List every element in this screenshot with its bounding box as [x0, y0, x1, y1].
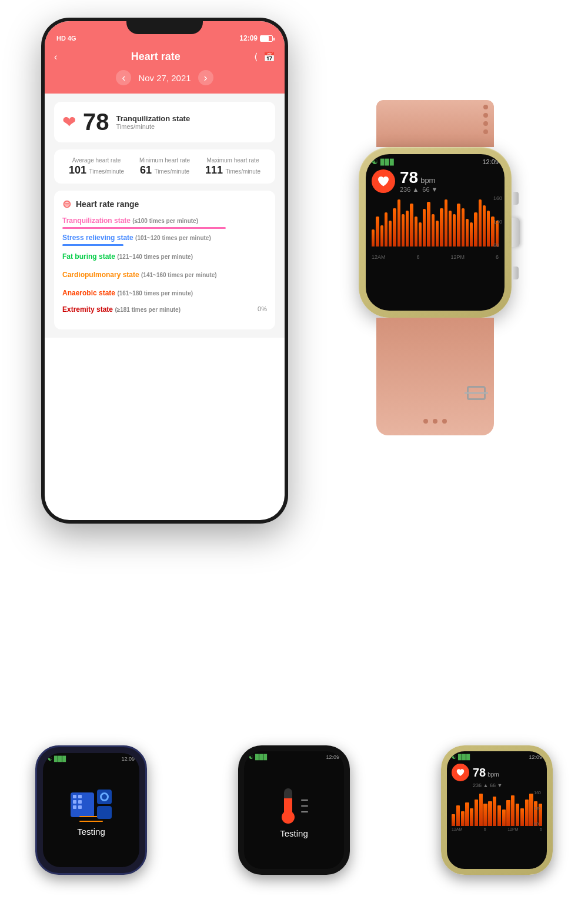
sw-case-2: ☯ ▉▉▉ 12:09: [238, 745, 350, 875]
sw-x-6: 6: [484, 827, 486, 831]
range-card: ⊜ Heart rate range Tranquilization state…: [54, 191, 275, 329]
chart-bar: [410, 204, 413, 247]
sw-screen-2: ☯ ▉▉▉ 12:09: [244, 751, 344, 869]
stress-bar: [62, 244, 123, 246]
sw-testing-label-1: Testing: [77, 827, 105, 837]
chart-bar: [385, 212, 387, 247]
stat-maximum: Maximum heart rate 111 Times/minute: [199, 156, 267, 176]
sw-chart-bar: [483, 804, 487, 826]
buckle-pin: [465, 392, 488, 394]
sw-chart-bar: [456, 805, 460, 826]
band-bottom: [376, 318, 494, 435]
range-tranq: Tranquilization state (≤100 times per mi…: [62, 216, 267, 229]
sw-testing-content-1: Testing: [43, 763, 139, 863]
sw-crown-1: [145, 800, 147, 821]
status-time: 12:09: [239, 34, 258, 42]
calendar-icon[interactable]: 📅: [263, 51, 275, 62]
sw-y-160: 160: [534, 791, 541, 795]
header-actions: ⟨ 📅: [254, 51, 275, 62]
band-holes-bottom: [423, 419, 447, 424]
x-label-6: 6: [416, 254, 419, 260]
stat-min-label: Minimum heart rate: [131, 156, 199, 164]
battery-icon: [260, 35, 273, 42]
sw-icon-1: ☯ ▉▉▉: [48, 756, 66, 762]
sw-hr-value: 78: [473, 766, 486, 780]
band-hole: [483, 113, 488, 118]
sw-chart-bar: [525, 800, 529, 826]
chart-bar: [457, 204, 460, 247]
range-anaerobic: Anaerobic state (161~180 times per minut…: [62, 287, 267, 301]
sw-chart-bar: [520, 808, 524, 826]
phone-outer: HD 4G 12:09 ‹ Heart rate ⟨ 📅: [41, 18, 288, 524]
range-icon: ⊜: [62, 198, 71, 211]
x-label-12pm: 12PM: [450, 254, 465, 260]
sw-chart-bar: [475, 800, 478, 826]
watch-heart-icon: [372, 169, 395, 193]
band-buckle: [467, 386, 486, 400]
sw-hr-main: 78 bpm: [473, 766, 499, 780]
sw-icon-3: ☯ ▉▉▉: [452, 754, 470, 760]
band-top: [376, 100, 494, 147]
watch-hr-small: ☯ ▉▉▉ 12:09: [435, 745, 559, 892]
sw-x-12pm: 12PM: [507, 827, 518, 831]
sw-heart-icon: [452, 764, 469, 781]
x-label-12am: 12AM: [372, 254, 386, 260]
thermometer-icon: [280, 788, 308, 824]
chart-bar: [380, 225, 383, 247]
sw-chart-bar: [461, 811, 465, 826]
anaerobic-label: Anaerobic state (161~180 times per minut…: [62, 289, 193, 297]
share-icon[interactable]: ⟨: [254, 51, 258, 62]
app-header: ‹ Heart rate ⟨ 📅: [45, 47, 285, 70]
sw-chart-bar: [493, 797, 496, 826]
med-box-main: [71, 792, 94, 817]
med-circle: [100, 792, 109, 801]
sw-x-12am: 12AM: [452, 827, 462, 831]
watch-hr-low: 66 ▼: [422, 186, 437, 193]
watch-case: ☯ ▉▉▉ 12:09: [359, 147, 512, 318]
sw-chart-bar: [479, 794, 483, 826]
heart-icon: ❤: [62, 112, 76, 132]
watch-testing-thermo: ☯ ▉▉▉ 12:09: [232, 745, 356, 892]
stat-min-unit: Times/minute: [154, 168, 189, 175]
sw-hr-mini: 78 bpm 236 ▲ 66 ▼ 160 120 60: [447, 761, 547, 834]
range-extremity: Extremity state (≥181 times per minute) …: [62, 305, 267, 318]
stat-max-label: Maximum heart rate: [199, 156, 267, 164]
x-label-6b: 6: [496, 254, 499, 260]
y-label-60: 60: [493, 242, 502, 248]
small-watch-3: ☯ ▉▉▉ 12:09: [435, 745, 559, 892]
watch-hr-values: 78 bpm 236 ▲ 66 ▼: [400, 169, 438, 193]
chart-bar: [462, 208, 465, 247]
sw-chart-bar: [506, 800, 510, 826]
band-holes-top: [483, 105, 488, 134]
watch-hr-sub-row: 236 ▲ 66 ▼: [400, 186, 438, 193]
date-prev-button[interactable]: ‹: [116, 70, 131, 85]
date-next-button[interactable]: ›: [198, 70, 213, 85]
phone-notch: [126, 18, 203, 34]
chart-bar: [440, 208, 443, 247]
chart-bar: [372, 229, 375, 247]
thermo-line: [301, 800, 308, 801]
date-nav: ‹ Nov 27, 2021 ›: [45, 70, 285, 94]
stat-avg-label: Average heart rate: [62, 156, 131, 164]
band-hole: [483, 121, 488, 126]
stress-label: Stress relieving state (101~120 times pe…: [62, 234, 211, 242]
med-small-top: [97, 790, 112, 804]
sw-chart-bar: [511, 795, 514, 826]
range-stress: Stress relieving state (101~120 times pe…: [62, 234, 267, 246]
range-cardio: Cardiopulmonary state (141~160 times per…: [62, 269, 267, 282]
sw-chart-mini: 160 120 60 12AM 6 12PM 6: [452, 791, 542, 832]
hr-unit: Times/minute: [116, 123, 191, 130]
sw-chart-bar: [465, 802, 469, 826]
thermo-line: [301, 811, 308, 812]
sw-screen-1: ☯ ▉▉▉ 12:09: [43, 753, 139, 867]
sw-status-1: ☯ ▉▉▉ 12:09: [43, 753, 139, 763]
phone-screen: HD 4G 12:09 ‹ Heart rate ⟨ 📅: [45, 21, 285, 520]
chart-bar: [449, 211, 452, 247]
range-fat: Fat buring state (121~140 times per minu…: [62, 251, 267, 264]
sw-chart-bar: [516, 804, 519, 826]
watch-battery-icon: ▉▉▉: [380, 159, 395, 165]
sw-y-labels: 160 120 60: [534, 791, 541, 826]
range-title: ⊜ Heart rate range: [62, 198, 267, 211]
stat-avg-unit: Times/minute: [89, 168, 124, 175]
stat-max-row: 111 Times/minute: [199, 164, 267, 176]
